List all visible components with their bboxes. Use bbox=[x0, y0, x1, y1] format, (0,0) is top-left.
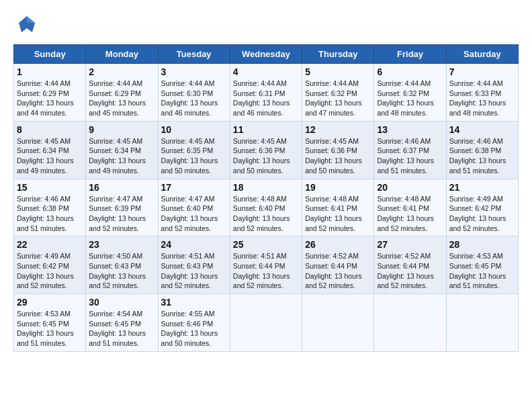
calendar-cell: 25Sunrise: 4:51 AMSunset: 6:44 PMDayligh… bbox=[230, 236, 302, 294]
day-number: 21 bbox=[449, 182, 515, 193]
day-number: 18 bbox=[233, 182, 299, 193]
day-number: 25 bbox=[233, 239, 299, 250]
calendar-cell: 4Sunrise: 4:44 AMSunset: 6:31 PMDaylight… bbox=[230, 64, 302, 122]
day-number: 27 bbox=[377, 239, 443, 250]
day-number: 22 bbox=[17, 239, 83, 250]
calendar-cell: 31Sunrise: 4:55 AMSunset: 6:46 PMDayligh… bbox=[158, 294, 230, 352]
day-number: 7 bbox=[449, 66, 515, 77]
day-info: Sunrise: 4:44 AMSunset: 6:32 PMDaylight:… bbox=[377, 79, 443, 118]
calendar-cell: 12Sunrise: 4:45 AMSunset: 6:36 PMDayligh… bbox=[302, 121, 374, 179]
day-info: Sunrise: 4:45 AMSunset: 6:34 PMDaylight:… bbox=[17, 136, 83, 176]
calendar-table: SundayMondayTuesdayWednesdayThursdayFrid… bbox=[13, 44, 519, 352]
day-number: 12 bbox=[305, 124, 371, 135]
header-cell-friday: Friday bbox=[374, 45, 446, 64]
day-number: 16 bbox=[89, 182, 154, 193]
calendar-cell: 7Sunrise: 4:44 AMSunset: 6:33 PMDaylight… bbox=[446, 64, 518, 122]
day-info: Sunrise: 4:46 AMSunset: 6:37 PMDaylight:… bbox=[377, 136, 443, 176]
day-info: Sunrise: 4:48 AMSunset: 6:40 PMDaylight:… bbox=[233, 194, 299, 234]
calendar-cell bbox=[302, 294, 374, 352]
calendar-cell bbox=[374, 294, 446, 352]
day-info: Sunrise: 4:54 AMSunset: 6:45 PMDaylight:… bbox=[89, 309, 154, 349]
calendar-cell: 10Sunrise: 4:45 AMSunset: 6:35 PMDayligh… bbox=[158, 121, 230, 179]
day-info: Sunrise: 4:44 AMSunset: 6:30 PMDaylight:… bbox=[161, 79, 227, 118]
day-number: 8 bbox=[17, 124, 83, 135]
calendar-cell: 18Sunrise: 4:48 AMSunset: 6:40 PMDayligh… bbox=[230, 179, 302, 236]
header-cell-sunday: Sunday bbox=[14, 45, 86, 64]
logo bbox=[13, 13, 40, 38]
day-info: Sunrise: 4:53 AMSunset: 6:45 PMDaylight:… bbox=[449, 251, 515, 291]
header-cell-saturday: Saturday bbox=[446, 45, 518, 64]
day-number: 5 bbox=[305, 66, 371, 77]
calendar-cell: 30Sunrise: 4:54 AMSunset: 6:45 PMDayligh… bbox=[86, 294, 158, 352]
calendar-cell: 6Sunrise: 4:44 AMSunset: 6:32 PMDaylight… bbox=[374, 64, 446, 122]
calendar-cell: 14Sunrise: 4:46 AMSunset: 6:38 PMDayligh… bbox=[446, 121, 518, 179]
header-cell-tuesday: Tuesday bbox=[158, 45, 230, 64]
day-number: 2 bbox=[89, 66, 154, 77]
day-info: Sunrise: 4:46 AMSunset: 6:38 PMDaylight:… bbox=[17, 194, 83, 234]
header-cell-thursday: Thursday bbox=[302, 45, 374, 64]
day-info: Sunrise: 4:47 AMSunset: 6:39 PMDaylight:… bbox=[89, 194, 154, 234]
calendar-cell: 9Sunrise: 4:45 AMSunset: 6:34 PMDaylight… bbox=[86, 121, 158, 179]
logo-icon bbox=[13, 13, 38, 38]
calendar-cell: 19Sunrise: 4:48 AMSunset: 6:41 PMDayligh… bbox=[302, 179, 374, 236]
day-number: 23 bbox=[89, 239, 154, 250]
week-row-4: 22Sunrise: 4:49 AMSunset: 6:42 PMDayligh… bbox=[14, 236, 519, 294]
calendar-cell: 27Sunrise: 4:52 AMSunset: 6:44 PMDayligh… bbox=[374, 236, 446, 294]
day-info: Sunrise: 4:53 AMSunset: 6:45 PMDaylight:… bbox=[17, 309, 83, 349]
day-info: Sunrise: 4:46 AMSunset: 6:38 PMDaylight:… bbox=[449, 136, 515, 176]
day-info: Sunrise: 4:52 AMSunset: 6:44 PMDaylight:… bbox=[305, 251, 371, 291]
week-row-5: 29Sunrise: 4:53 AMSunset: 6:45 PMDayligh… bbox=[14, 294, 519, 352]
header-cell-monday: Monday bbox=[86, 45, 158, 64]
day-number: 9 bbox=[89, 124, 154, 135]
calendar-cell: 1Sunrise: 4:44 AMSunset: 6:29 PMDaylight… bbox=[14, 64, 86, 122]
day-info: Sunrise: 4:45 AMSunset: 6:35 PMDaylight:… bbox=[161, 136, 227, 176]
day-number: 10 bbox=[161, 124, 227, 135]
day-info: Sunrise: 4:48 AMSunset: 6:41 PMDaylight:… bbox=[377, 194, 443, 234]
week-row-1: 1Sunrise: 4:44 AMSunset: 6:29 PMDaylight… bbox=[14, 64, 519, 122]
calendar-cell: 2Sunrise: 4:44 AMSunset: 6:29 PMDaylight… bbox=[86, 64, 158, 122]
day-info: Sunrise: 4:44 AMSunset: 6:32 PMDaylight:… bbox=[305, 79, 371, 118]
day-number: 11 bbox=[233, 124, 299, 135]
calendar-cell: 24Sunrise: 4:51 AMSunset: 6:43 PMDayligh… bbox=[158, 236, 230, 294]
calendar-cell: 29Sunrise: 4:53 AMSunset: 6:45 PMDayligh… bbox=[14, 294, 86, 352]
day-number: 20 bbox=[377, 182, 443, 193]
day-number: 14 bbox=[449, 124, 515, 135]
calendar-cell: 28Sunrise: 4:53 AMSunset: 6:45 PMDayligh… bbox=[446, 236, 518, 294]
day-number: 4 bbox=[233, 66, 299, 77]
day-info: Sunrise: 4:45 AMSunset: 6:34 PMDaylight:… bbox=[89, 136, 154, 176]
day-number: 31 bbox=[161, 297, 227, 308]
calendar-cell bbox=[446, 294, 518, 352]
day-number: 3 bbox=[161, 66, 227, 77]
day-info: Sunrise: 4:49 AMSunset: 6:42 PMDaylight:… bbox=[17, 251, 83, 291]
day-info: Sunrise: 4:51 AMSunset: 6:43 PMDaylight:… bbox=[161, 251, 227, 291]
header-row: SundayMondayTuesdayWednesdayThursdayFrid… bbox=[14, 45, 519, 64]
calendar-cell: 20Sunrise: 4:48 AMSunset: 6:41 PMDayligh… bbox=[374, 179, 446, 236]
day-info: Sunrise: 4:51 AMSunset: 6:44 PMDaylight:… bbox=[233, 251, 299, 291]
day-info: Sunrise: 4:48 AMSunset: 6:41 PMDaylight:… bbox=[305, 194, 371, 234]
calendar-cell: 21Sunrise: 4:49 AMSunset: 6:42 PMDayligh… bbox=[446, 179, 518, 236]
header-cell-wednesday: Wednesday bbox=[230, 45, 302, 64]
day-number: 26 bbox=[305, 239, 371, 250]
calendar-cell: 11Sunrise: 4:45 AMSunset: 6:36 PMDayligh… bbox=[230, 121, 302, 179]
day-info: Sunrise: 4:44 AMSunset: 6:31 PMDaylight:… bbox=[233, 79, 299, 118]
calendar-cell: 13Sunrise: 4:46 AMSunset: 6:37 PMDayligh… bbox=[374, 121, 446, 179]
calendar-cell: 16Sunrise: 4:47 AMSunset: 6:39 PMDayligh… bbox=[86, 179, 158, 236]
day-number: 19 bbox=[305, 182, 371, 193]
day-info: Sunrise: 4:50 AMSunset: 6:43 PMDaylight:… bbox=[89, 251, 154, 291]
calendar-cell: 17Sunrise: 4:47 AMSunset: 6:40 PMDayligh… bbox=[158, 179, 230, 236]
day-info: Sunrise: 4:44 AMSunset: 6:29 PMDaylight:… bbox=[89, 79, 154, 118]
day-info: Sunrise: 4:55 AMSunset: 6:46 PMDaylight:… bbox=[161, 309, 227, 349]
day-info: Sunrise: 4:44 AMSunset: 6:29 PMDaylight:… bbox=[17, 79, 83, 118]
calendar-cell: 22Sunrise: 4:49 AMSunset: 6:42 PMDayligh… bbox=[14, 236, 86, 294]
calendar-cell: 8Sunrise: 4:45 AMSunset: 6:34 PMDaylight… bbox=[14, 121, 86, 179]
day-number: 28 bbox=[449, 239, 515, 250]
day-number: 6 bbox=[377, 66, 443, 77]
day-number: 29 bbox=[17, 297, 83, 308]
calendar-cell: 26Sunrise: 4:52 AMSunset: 6:44 PMDayligh… bbox=[302, 236, 374, 294]
week-row-2: 8Sunrise: 4:45 AMSunset: 6:34 PMDaylight… bbox=[14, 121, 519, 179]
day-info: Sunrise: 4:49 AMSunset: 6:42 PMDaylight:… bbox=[449, 194, 515, 234]
day-number: 30 bbox=[89, 297, 154, 308]
day-number: 17 bbox=[161, 182, 227, 193]
day-info: Sunrise: 4:47 AMSunset: 6:40 PMDaylight:… bbox=[161, 194, 227, 234]
day-number: 13 bbox=[377, 124, 443, 135]
